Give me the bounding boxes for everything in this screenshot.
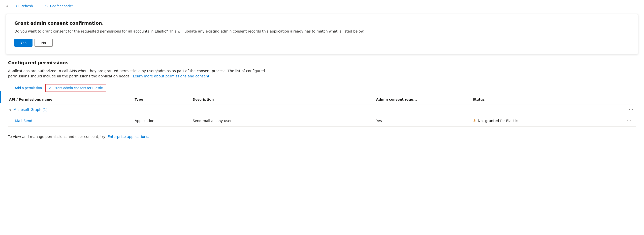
grant-consent-label: Grant admin consent for Elastic [53, 86, 103, 90]
feedback-icon: ♡ [45, 4, 48, 8]
table-group-row: ∨ Microsoft Graph (1) ··· [8, 104, 636, 115]
left-accent-bar [0, 91, 1, 103]
col-header-api-name: API / Permissions name [8, 95, 134, 104]
status-warning: ⚠ Not granted for Elastic [473, 118, 604, 123]
warning-icon: ⚠ [473, 118, 476, 123]
permission-actions-cell: ··· [607, 115, 636, 127]
confirmation-dialog: Grant admin consent confirmation. Do you… [6, 14, 638, 54]
permission-name-cell: Mail.Send [8, 115, 134, 127]
refresh-button[interactable]: ↻ Refresh [13, 3, 36, 10]
permission-description-cell: Send mail as any user [191, 115, 375, 127]
dialog-description: Do you want to grant consent for the req… [14, 29, 367, 34]
footer-text: To view and manage permissions and user … [8, 135, 105, 139]
section-title: Configured permissions [8, 60, 636, 65]
no-button[interactable]: No [35, 39, 53, 47]
enterprise-applications-link[interactable]: Enterprise applications. [108, 135, 149, 139]
expand-icon: ∨ [9, 108, 11, 112]
permission-admin-cell: Yes [375, 115, 472, 127]
toolbar: « ↻ Refresh ♡ Got feedback? [0, 0, 644, 12]
col-header-description: Description [191, 95, 375, 104]
grant-consent-button[interactable]: ✓ Grant admin consent for Elastic [45, 84, 106, 92]
footer-note: To view and manage permissions and user … [8, 135, 636, 139]
section-description: Applications are authorized to call APIs… [8, 68, 285, 79]
learn-more-link[interactable]: Learn more about permissions and consent [133, 74, 209, 78]
toolbar-divider [39, 3, 39, 9]
permissions-table: API / Permissions name Type Description … [8, 95, 636, 127]
permission-type-cell: Application [134, 115, 191, 127]
group-name-cell: ∨ Microsoft Graph (1) [8, 104, 607, 115]
main-content: Configured permissions Applications are … [0, 54, 644, 145]
actions-bar: + Add a permission ✓ Grant admin consent… [8, 84, 636, 94]
permission-more-button[interactable]: ··· [625, 118, 633, 124]
group-name-link[interactable]: Microsoft Graph (1) [13, 108, 47, 112]
add-permission-label: Add a permission [15, 86, 42, 90]
refresh-icon: ↻ [16, 4, 19, 8]
add-permission-button[interactable]: + Add a permission [8, 84, 45, 92]
dialog-title: Grant admin consent confirmation. [14, 20, 630, 26]
check-icon: ✓ [49, 86, 52, 90]
permission-name-link[interactable]: Mail.Send [15, 119, 32, 123]
col-header-actions [607, 95, 636, 104]
table-header-row: API / Permissions name Type Description … [8, 95, 636, 104]
feedback-button[interactable]: ♡ Got feedback? [42, 3, 76, 10]
table-row: Mail.Send Application Send mail as any u… [8, 115, 636, 127]
permission-status-cell: ⚠ Not granted for Elastic [472, 115, 607, 127]
col-header-type: Type [134, 95, 191, 104]
group-actions-cell: ··· [607, 104, 636, 115]
collapse-nav-button[interactable]: « [4, 3, 10, 9]
yes-button[interactable]: Yes [14, 39, 33, 47]
col-header-admin-consent: Admin consent requ... [375, 95, 472, 104]
add-icon: + [11, 86, 13, 90]
group-more-button[interactable]: ··· [627, 106, 635, 113]
dialog-buttons: Yes No [14, 39, 630, 47]
feedback-label: Got feedback? [50, 4, 73, 8]
refresh-label: Refresh [20, 4, 33, 8]
status-text: Not granted for Elastic [478, 119, 518, 123]
col-header-status: Status [472, 95, 607, 104]
